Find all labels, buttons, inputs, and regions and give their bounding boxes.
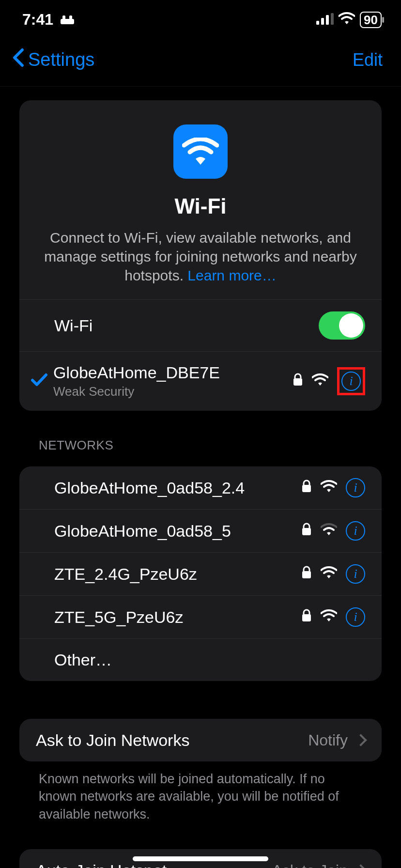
connected-network-row[interactable]: GlobeAtHome_DBE7E Weak Security i <box>19 351 382 411</box>
wifi-toggle[interactable] <box>319 311 365 340</box>
info-button[interactable]: i <box>346 607 365 627</box>
ask-to-join-value: Notify <box>308 731 348 749</box>
svg-rect-4 <box>321 18 324 25</box>
chevron-right-icon <box>355 734 367 746</box>
svg-rect-2 <box>69 16 72 19</box>
info-button[interactable]: i <box>346 564 365 584</box>
wifi-hero-card: Wi-Fi Connect to Wi-Fi, view available n… <box>19 100 382 411</box>
lock-icon <box>301 523 312 540</box>
info-button-highlighted[interactable]: i <box>337 367 365 395</box>
network-name: GlobeAtHome_0ad58_2.4 <box>54 479 296 497</box>
svg-rect-10 <box>302 571 311 578</box>
svg-rect-7 <box>293 378 302 386</box>
other-network-row[interactable]: Other… <box>19 638 382 681</box>
svg-rect-9 <box>302 528 311 535</box>
ask-to-join-footer: Known networks will be joined automatica… <box>19 761 382 823</box>
lock-icon <box>293 373 303 390</box>
lock-icon <box>301 609 312 626</box>
network-row[interactable]: ZTE_5G_PzeU6zi <box>19 595 382 638</box>
svg-rect-1 <box>62 16 65 19</box>
status-time: 7:41 <box>22 11 53 29</box>
checkmark-icon <box>31 372 48 390</box>
svg-rect-3 <box>316 21 319 25</box>
wifi-signal-icon <box>321 609 337 625</box>
network-name: ZTE_5G_PzeU6z <box>54 608 296 627</box>
lock-icon <box>301 480 312 496</box>
auto-join-hotspot-value: Ask to Join <box>272 862 348 868</box>
wifi-signal-icon <box>321 523 337 539</box>
cellular-signal-icon <box>316 11 334 29</box>
wifi-status-icon <box>339 11 355 29</box>
chevron-left-icon <box>12 48 24 72</box>
wifi-signal-icon <box>312 373 328 389</box>
networks-header: NETWORKS <box>39 438 382 453</box>
ask-to-join-card: Ask to Join Networks Notify <box>19 719 382 761</box>
back-label: Settings <box>28 49 94 70</box>
network-row[interactable]: GlobeAtHome_0ad58_2.4i <box>19 466 382 509</box>
wifi-app-icon <box>173 124 228 179</box>
networks-card: GlobeAtHome_0ad58_2.4iGlobeAtHome_0ad58_… <box>19 466 382 681</box>
info-icon: i <box>341 372 361 391</box>
connected-network-status: Weak Security <box>53 384 288 399</box>
info-button[interactable]: i <box>346 521 365 541</box>
network-name: GlobeAtHome_0ad58_5 <box>54 522 296 541</box>
wifi-toggle-label: Wi-Fi <box>54 316 319 335</box>
ask-to-join-label: Ask to Join Networks <box>36 731 308 750</box>
other-label: Other… <box>54 651 365 669</box>
network-name: ZTE_2.4G_PzeU6z <box>54 565 296 584</box>
ask-to-join-row[interactable]: Ask to Join Networks Notify <box>19 719 382 761</box>
wifi-signal-icon <box>321 480 337 496</box>
wifi-signal-icon <box>321 566 337 582</box>
focus-mode-icon <box>60 11 75 29</box>
wifi-toggle-row: Wi-Fi <box>19 299 382 351</box>
auto-join-hotspot-label: Auto-Join Hotspot <box>36 861 272 868</box>
home-indicator[interactable] <box>133 856 268 861</box>
info-button[interactable]: i <box>346 478 365 497</box>
svg-rect-5 <box>326 15 329 25</box>
connected-network-name: GlobeAtHome_DBE7E <box>53 363 288 382</box>
svg-rect-0 <box>61 19 74 24</box>
page-title: Wi-Fi <box>37 194 364 218</box>
nav-bar: Settings Edit <box>0 33 401 87</box>
svg-rect-8 <box>302 485 311 492</box>
svg-rect-11 <box>302 614 311 621</box>
page-description: Connect to Wi-Fi, view available network… <box>37 228 364 285</box>
status-bar: 7:41 90 <box>0 0 401 33</box>
lock-icon <box>301 566 312 583</box>
learn-more-link[interactable]: Learn more… <box>187 267 276 283</box>
chevron-right-icon <box>355 865 367 868</box>
edit-button[interactable]: Edit <box>353 50 383 70</box>
network-row[interactable]: GlobeAtHome_0ad58_5i <box>19 509 382 552</box>
battery-indicator: 90 <box>360 12 382 28</box>
svg-rect-6 <box>331 13 334 25</box>
back-button[interactable]: Settings <box>12 48 94 72</box>
network-row[interactable]: ZTE_2.4G_PzeU6zi <box>19 552 382 595</box>
